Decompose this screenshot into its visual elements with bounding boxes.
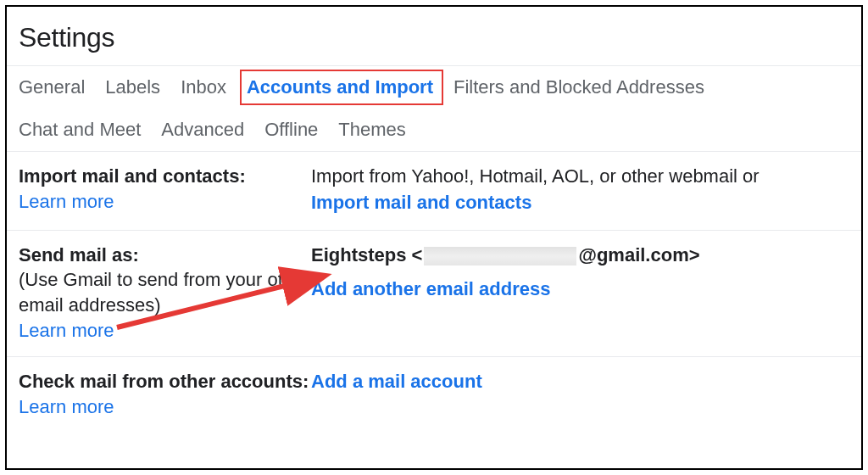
email-bracket-open: < xyxy=(412,244,423,265)
send-as-identity: Eightsteps <@gmail.com> xyxy=(311,243,849,269)
learn-more-link[interactable]: Learn more xyxy=(19,396,114,417)
section-check-mail: Check mail from other accounts: Learn mo… xyxy=(7,356,861,433)
tab-inbox[interactable]: Inbox xyxy=(181,66,238,109)
tab-advanced[interactable]: Advanced xyxy=(161,109,256,151)
tab-accounts-import[interactable]: Accounts and Import xyxy=(247,66,445,109)
tabs-row-1: General Labels Inbox Accounts and Import… xyxy=(7,65,861,109)
tab-offline[interactable]: Offline xyxy=(264,109,330,151)
tab-themes[interactable]: Themes xyxy=(338,109,417,151)
section-title: Send mail as: xyxy=(19,243,311,268)
section-import-mail: Import mail and contacts: Learn more Imp… xyxy=(7,151,861,230)
tab-label: Accounts and Import xyxy=(247,76,433,98)
add-mail-account-link[interactable]: Add a mail account xyxy=(311,371,482,392)
email-domain: @gmail.com> xyxy=(578,244,699,265)
page-title: Settings xyxy=(7,7,861,65)
add-another-email-link[interactable]: Add another email address xyxy=(311,278,550,299)
learn-more-link[interactable]: Learn more xyxy=(19,320,114,341)
tab-filters-blocked[interactable]: Filters and Blocked Addresses xyxy=(453,66,716,109)
section-title: Check mail from other accounts: xyxy=(19,369,311,394)
tab-labels[interactable]: Labels xyxy=(105,66,172,109)
tabs-row-2: Chat and Meet Advanced Offline Themes xyxy=(7,109,861,151)
display-name: Eightsteps xyxy=(311,244,406,265)
section-title: Import mail and contacts: xyxy=(19,164,311,189)
section-send-mail-as: Send mail as: (Use Gmail to send from yo… xyxy=(7,230,861,357)
import-mail-contacts-link[interactable]: Import mail and contacts xyxy=(311,192,531,213)
section-sub: (Use Gmail to send from your other email… xyxy=(19,267,311,317)
learn-more-link[interactable]: Learn more xyxy=(19,191,114,212)
section-desc: Import from Yahoo!, Hotmail, AOL, or oth… xyxy=(311,164,849,190)
tab-general[interactable]: General xyxy=(19,66,97,109)
redacted-email xyxy=(424,247,576,265)
tab-chat-meet[interactable]: Chat and Meet xyxy=(19,109,153,151)
